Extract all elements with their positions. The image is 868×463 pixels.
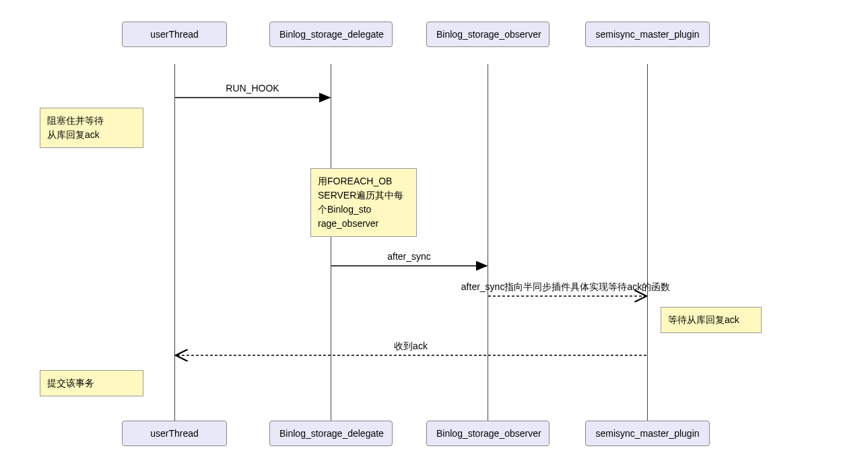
participant-label: userThread — [150, 428, 199, 439]
note-commit-txn: 提交该事务 — [40, 370, 143, 396]
note-line: 等待从库回复ack — [668, 314, 739, 325]
note-block-wait-ack: 阻塞住并等待 从库回复ack — [40, 108, 143, 148]
participant-label: Binlog_storage_observer — [436, 428, 541, 439]
note-line: rage_observer — [318, 217, 409, 231]
participant-label: semisync_master_plugin — [595, 428, 699, 439]
lifeline-userthread — [174, 64, 175, 421]
lifeline-binlog-storage-observer — [488, 64, 488, 421]
participant-top-binlog-storage-delegate: Binlog_storage_delegate — [269, 22, 393, 47]
message-label: after_sync指向半同步插件具体实现等待ack的函数 — [461, 281, 670, 292]
lifeline-binlog-storage-delegate — [331, 64, 331, 421]
lifeline-semisync-master-plugin — [647, 64, 648, 421]
message-label: after_sync — [387, 251, 431, 262]
message-label: 收到ack — [394, 341, 428, 351]
participant-top-binlog-storage-observer: Binlog_storage_observer — [426, 22, 549, 47]
message-ack-received: 收到ack — [175, 341, 646, 353]
note-line: 从库回复ack — [47, 128, 136, 142]
note-foreach-observer: 用FOREACH_OB SERVER遍历其中每 个Binlog_sto rage… — [310, 168, 417, 237]
note-line: 阻塞住并等待 — [47, 114, 136, 128]
message-run-hook: RUN_HOOK — [175, 83, 330, 94]
participant-label: Binlog_storage_delegate — [279, 428, 384, 439]
participant-bottom-binlog-storage-observer: Binlog_storage_observer — [426, 421, 549, 446]
note-line: SERVER遍历其中每 — [318, 188, 409, 203]
participant-label: Binlog_storage_delegate — [279, 29, 384, 40]
participant-bottom-binlog-storage-delegate: Binlog_storage_delegate — [269, 421, 393, 446]
note-wait-ack: 等待从库回复ack — [661, 307, 762, 333]
participant-label: semisync_master_plugin — [595, 29, 699, 40]
participant-top-userthread: userThread — [122, 22, 227, 47]
note-line: 提交该事务 — [47, 378, 94, 388]
participant-top-semisync-master-plugin: semisync_master_plugin — [585, 22, 710, 47]
participant-label: userThread — [150, 29, 199, 40]
message-label: RUN_HOOK — [226, 83, 279, 94]
participant-label: Binlog_storage_observer — [436, 29, 541, 40]
message-after-sync-detail: after_sync指向半同步插件具体实现等待ack的函数 — [444, 281, 687, 293]
note-line: 个Binlog_sto — [318, 203, 409, 217]
note-line: 用FOREACH_OB — [318, 174, 409, 188]
participant-bottom-semisync-master-plugin: semisync_master_plugin — [585, 421, 710, 446]
participant-bottom-userthread: userThread — [122, 421, 227, 446]
message-after-sync: after_sync — [331, 251, 487, 262]
